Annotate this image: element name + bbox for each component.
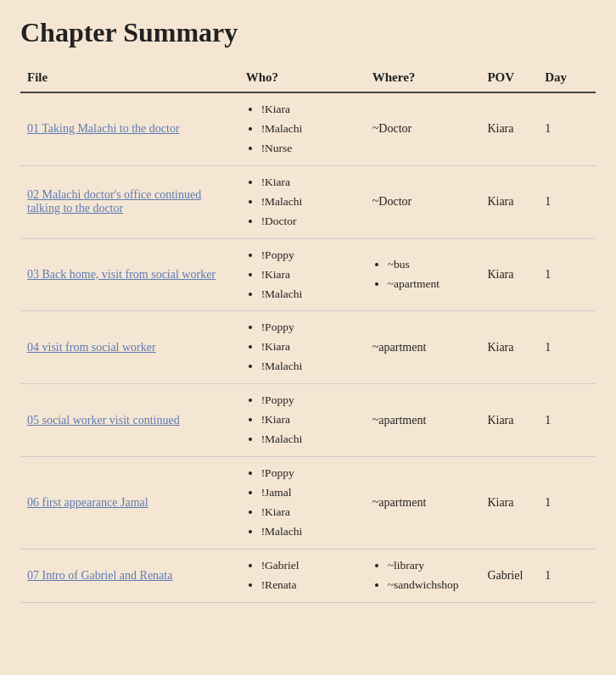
file-cell: 02 Malachi doctor's office continued tal… bbox=[20, 165, 239, 238]
col-where: Where? bbox=[366, 65, 481, 92]
file-link[interactable]: 06 first appearance Jamal bbox=[27, 496, 148, 509]
who-cell: !Poppy!Kiara!Malachi bbox=[239, 311, 366, 384]
who-item: !Malachi bbox=[261, 430, 359, 449]
table-row: 01 Taking Malachi to the doctor!Kiara!Ma… bbox=[20, 92, 596, 165]
file-link[interactable]: 03 Back home, visit from social worker bbox=[27, 268, 216, 281]
day-cell: 1 bbox=[538, 238, 596, 311]
who-item: !Kiara bbox=[261, 338, 359, 357]
who-item: !Malachi bbox=[261, 522, 359, 542]
file-cell: 01 Taking Malachi to the doctor bbox=[20, 92, 239, 165]
table-row: 07 Intro of Gabriel and Renata!Gabriel!R… bbox=[20, 549, 596, 602]
col-file: File bbox=[20, 65, 239, 92]
who-item: !Doctor bbox=[261, 212, 359, 232]
where-cell: ~apartment bbox=[366, 384, 481, 457]
file-cell: 03 Back home, visit from social worker bbox=[20, 238, 239, 311]
file-cell: 06 first appearance Jamal bbox=[20, 457, 239, 549]
day-cell: 1 bbox=[538, 165, 596, 238]
where-item: ~sandwichshop bbox=[388, 576, 474, 595]
where-item: ~apartment bbox=[388, 275, 474, 294]
who-cell: !Poppy!Kiara!Malachi bbox=[239, 384, 366, 457]
file-link[interactable]: 04 visit from social worker bbox=[27, 341, 156, 354]
who-cell: !Kiara!Malachi!Doctor bbox=[239, 165, 366, 238]
who-item: !Kiara bbox=[261, 410, 359, 430]
who-item: !Kiara bbox=[261, 503, 359, 522]
who-item: !Nurse bbox=[261, 139, 359, 159]
who-item: !Poppy bbox=[261, 246, 359, 265]
who-item: !Malachi bbox=[261, 285, 359, 304]
file-link[interactable]: 05 social worker visit continued bbox=[27, 414, 180, 427]
day-cell: 1 bbox=[538, 549, 596, 602]
table-row: 04 visit from social worker!Poppy!Kiara!… bbox=[20, 311, 596, 384]
file-link[interactable]: 07 Intro of Gabriel and Renata bbox=[27, 569, 172, 582]
pov-cell: Kiara bbox=[480, 384, 538, 457]
where-cell: ~library~sandwichshop bbox=[366, 549, 481, 602]
page-title: Chapter Summary bbox=[20, 17, 596, 48]
day-cell: 1 bbox=[538, 457, 596, 549]
file-link[interactable]: 02 Malachi doctor's office continued tal… bbox=[27, 188, 201, 215]
who-item: !Poppy bbox=[261, 391, 359, 410]
table-row: 06 first appearance Jamal!Poppy!Jamal!Ki… bbox=[20, 457, 596, 549]
chapter-summary-table: File Who? Where? POV Day 01 Taking Malac… bbox=[20, 65, 596, 603]
who-item: !Gabriel bbox=[261, 556, 359, 576]
who-item: !Renata bbox=[261, 576, 359, 595]
pov-cell: Gabriel bbox=[480, 549, 538, 602]
who-cell: !Gabriel!Renata bbox=[239, 549, 366, 602]
who-item: !Malachi bbox=[261, 357, 359, 377]
where-cell: ~apartment bbox=[366, 457, 481, 549]
table-row: 05 social worker visit continued!Poppy!K… bbox=[20, 384, 596, 457]
file-cell: 07 Intro of Gabriel and Renata bbox=[20, 549, 239, 602]
where-cell: ~Doctor bbox=[366, 92, 481, 165]
pov-cell: Kiara bbox=[480, 92, 538, 165]
where-cell: ~Doctor bbox=[366, 165, 481, 238]
col-who: Who? bbox=[239, 65, 366, 92]
who-item: !Kiara bbox=[261, 265, 359, 285]
where-cell: ~bus~apartment bbox=[366, 238, 481, 311]
who-item: !Kiara bbox=[261, 100, 359, 120]
pov-cell: Kiara bbox=[480, 238, 538, 311]
day-cell: 1 bbox=[538, 311, 596, 384]
who-item: !Poppy bbox=[261, 318, 359, 338]
who-cell: !Poppy!Jamal!Kiara!Malachi bbox=[239, 457, 366, 549]
day-cell: 1 bbox=[538, 92, 596, 165]
col-pov: POV bbox=[480, 65, 538, 92]
who-item: !Poppy bbox=[261, 464, 359, 483]
col-day: Day bbox=[538, 65, 596, 92]
where-cell: ~apartment bbox=[366, 311, 481, 384]
who-item: !Malachi bbox=[261, 120, 359, 139]
pov-cell: Kiara bbox=[480, 457, 538, 549]
who-cell: !Poppy!Kiara!Malachi bbox=[239, 238, 366, 311]
who-item: !Kiara bbox=[261, 173, 359, 192]
day-cell: 1 bbox=[538, 384, 596, 457]
who-item: !Jamal bbox=[261, 483, 359, 503]
file-cell: 05 social worker visit continued bbox=[20, 384, 239, 457]
pov-cell: Kiara bbox=[480, 165, 538, 238]
file-link[interactable]: 01 Taking Malachi to the doctor bbox=[27, 122, 180, 135]
file-cell: 04 visit from social worker bbox=[20, 311, 239, 384]
who-cell: !Kiara!Malachi!Nurse bbox=[239, 92, 366, 165]
where-item: ~bus bbox=[388, 255, 474, 275]
where-item: ~library bbox=[388, 556, 474, 576]
who-item: !Malachi bbox=[261, 192, 359, 212]
pov-cell: Kiara bbox=[480, 311, 538, 384]
table-row: 02 Malachi doctor's office continued tal… bbox=[20, 165, 596, 238]
table-row: 03 Back home, visit from social worker!P… bbox=[20, 238, 596, 311]
